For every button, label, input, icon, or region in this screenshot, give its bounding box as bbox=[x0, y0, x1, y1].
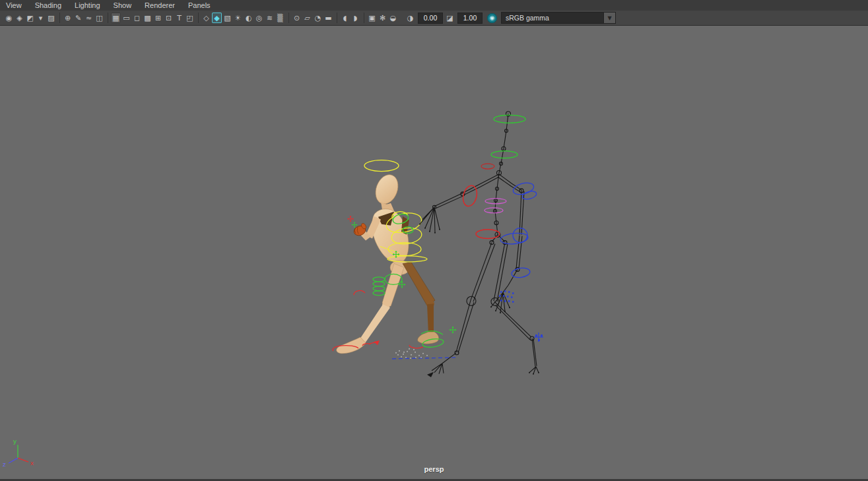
paint-effects-icon[interactable]: ✻ bbox=[378, 13, 387, 23]
view-transform-dropdown[interactable]: sRGB gamma ▼ bbox=[501, 12, 616, 24]
toolbar-separator bbox=[337, 13, 337, 23]
two-d-pan-zoom-icon[interactable]: ⊕ bbox=[63, 13, 73, 23]
smooth-shade-icon[interactable]: ◆ bbox=[212, 13, 222, 23]
ground-reference bbox=[392, 348, 458, 359]
multi-camera-icon[interactable]: ◫ bbox=[94, 13, 104, 23]
xray-joints-icon[interactable]: ◔ bbox=[313, 13, 323, 23]
gate-mask-icon[interactable]: ▩ bbox=[143, 13, 152, 23]
isolate-select-icon[interactable]: ⊙ bbox=[292, 13, 302, 23]
menu-lighting[interactable]: Lighting bbox=[69, 0, 108, 11]
toolbar-separator bbox=[198, 13, 199, 23]
use-all-lights-icon[interactable]: ☀ bbox=[233, 13, 243, 23]
image-plane-icon[interactable]: ▨ bbox=[46, 13, 56, 23]
character-mesh[interactable] bbox=[337, 172, 439, 354]
camera-shake-icon[interactable]: ≈ bbox=[84, 13, 94, 23]
image-plane-display-icon[interactable]: ▬ bbox=[323, 13, 333, 23]
viewport-canvas[interactable]: y x z bbox=[0, 26, 868, 479]
menu-view[interactable]: View bbox=[0, 0, 29, 11]
gpu-cache-icon[interactable]: ◖ bbox=[340, 13, 350, 23]
field-chart-icon[interactable]: ⊞ bbox=[153, 13, 163, 23]
hud-icon[interactable]: ◰ bbox=[185, 13, 195, 23]
camera-name-label: persp bbox=[0, 465, 868, 473]
axis-y-label: y bbox=[13, 437, 17, 445]
axis-indicator: y x z bbox=[3, 437, 34, 468]
grid-icon[interactable]: ▦ bbox=[111, 13, 121, 23]
textured-icon[interactable]: ▧ bbox=[222, 13, 232, 23]
film-gate-icon[interactable]: ▭ bbox=[121, 13, 131, 23]
motion-blur-icon[interactable]: ≋ bbox=[265, 13, 275, 23]
panel-menubar: View Shading Lighting Show Renderer Pane… bbox=[0, 0, 868, 11]
skeleton-rig-controls[interactable] bbox=[461, 115, 543, 342]
shadows-icon[interactable]: ◐ bbox=[244, 13, 253, 23]
grease-pencil-icon[interactable]: ✎ bbox=[73, 13, 83, 23]
select-camera-icon[interactable]: ◉ bbox=[4, 13, 14, 23]
view-transform-value: sRGB gamma bbox=[502, 14, 603, 22]
resolution-gate-icon[interactable]: ◻ bbox=[132, 13, 142, 23]
lock-camera-icon[interactable]: ◈ bbox=[15, 13, 24, 23]
toolbar-separator bbox=[108, 13, 108, 23]
exposure-icon[interactable]: ◑ bbox=[405, 13, 415, 23]
menu-show[interactable]: Show bbox=[108, 0, 139, 11]
xray-icon[interactable]: ▱ bbox=[302, 13, 312, 23]
wireframe-icon[interactable]: ◇ bbox=[201, 13, 211, 23]
occlusion-icon[interactable]: ◎ bbox=[254, 13, 264, 23]
perspective-viewport[interactable]: y x z persp bbox=[0, 26, 868, 481]
menu-panels[interactable]: Panels bbox=[182, 0, 218, 11]
gamma-field[interactable] bbox=[457, 13, 483, 24]
menu-renderer[interactable]: Renderer bbox=[139, 0, 182, 11]
stereo-icon[interactable]: ◒ bbox=[388, 13, 398, 23]
toolbar-separator bbox=[288, 13, 289, 23]
menu-shading[interactable]: Shading bbox=[29, 0, 69, 11]
exposure-field[interactable] bbox=[418, 13, 443, 24]
panel-toolbar: ◉ ◈ ◩ ▾ ▨ ⊕ ✎ ≈ ◫ ▦ ▭ ◻ ▩ ⊞ ⊡ T ◰ ◇ ◆ ▧ … bbox=[0, 11, 868, 26]
multisample-icon[interactable]: ▒ bbox=[275, 13, 285, 23]
safe-action-icon[interactable]: ⊡ bbox=[164, 13, 174, 23]
plugin-shapes-icon[interactable]: ◗ bbox=[351, 13, 360, 23]
safe-title-icon[interactable]: T bbox=[174, 13, 184, 23]
toolbar-separator bbox=[59, 13, 60, 23]
bookmark-icon[interactable]: ▾ bbox=[36, 13, 46, 23]
toolbar-separator bbox=[364, 13, 364, 23]
color-management-icon[interactable]: ◉ bbox=[487, 13, 497, 23]
chevron-down-icon: ▼ bbox=[603, 13, 615, 23]
gamma-icon[interactable]: ◪ bbox=[445, 13, 455, 23]
scene-assembly-icon[interactable]: ▣ bbox=[367, 13, 377, 23]
camera-attributes-icon[interactable]: ◩ bbox=[25, 13, 35, 23]
